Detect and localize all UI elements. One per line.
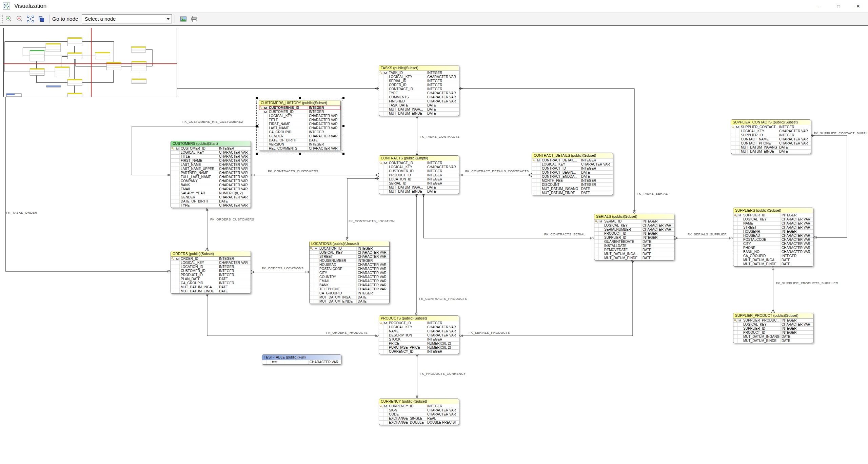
column-row[interactable]: HOUSENUMBERINTEGER xyxy=(310,259,389,263)
column-row[interactable]: MUT_DATUM_INGANGDATE xyxy=(532,187,613,191)
column-row[interactable]: HOUSEADCHARACTER VAR xyxy=(733,234,813,238)
table-contracts[interactable]: CONTRACTS (public)(Empty)MCONTRACT_IDINT… xyxy=(379,155,459,194)
toolbar-grip[interactable] xyxy=(2,15,3,23)
column-row[interactable]: MUT_DATUM_EINDEDATE xyxy=(379,190,459,194)
table-products[interactable]: PRODUCTS (public)(Subset)MPRODUCT_IDINTE… xyxy=(379,315,459,354)
column-row[interactable]: TITLECHARACTER VAR xyxy=(171,155,251,159)
relation-fk_serials_products[interactable] xyxy=(459,260,633,336)
column-row[interactable]: COMPANYCHARACTER VAR xyxy=(171,179,251,183)
selection-handle[interactable] xyxy=(342,153,344,155)
column-row[interactable]: LOGICAL_KEYCHARACTER VAR xyxy=(733,217,813,221)
column-row[interactable]: CONTRACT_BEGIN...DATE xyxy=(532,171,613,175)
column-row[interactable]: EMAILCHARACTER VAR xyxy=(171,187,251,191)
close-button[interactable]: × xyxy=(848,0,868,12)
column-row[interactable]: CONTACT_PHONECHARACTER VAR xyxy=(731,141,811,146)
column-row[interactable]: MUT_DATUM_EINDEDATE xyxy=(594,256,674,260)
column-row[interactable]: NAMECHARACTER VAR xyxy=(733,221,813,226)
column-row[interactable]: SUPPLIER_IDINTEGER xyxy=(733,327,813,331)
zoom-out-button[interactable] xyxy=(15,14,25,24)
fit-to-window-button[interactable] xyxy=(25,14,36,24)
column-row[interactable]: SERIAL_IDINTEGER xyxy=(379,79,459,83)
column-row[interactable]: MUT_DATUM_INGANGDATE xyxy=(733,335,813,339)
column-row[interactable]: GUARENTEEDATEDATE xyxy=(594,240,674,244)
column-row[interactable]: STOCKINTEGER xyxy=(379,337,459,342)
column-row[interactable]: STREETCHARACTER VAR xyxy=(733,226,813,230)
column-row[interactable]: PRODUCT_IDINTEGER xyxy=(733,331,813,335)
table-customers_history[interactable]: CUSTOMERS_HISTORY (public)(Subset)MCUSTO… xyxy=(259,100,341,151)
column-row[interactable]: MONTH_FEEINTEGER xyxy=(532,179,613,183)
column-row[interactable]: PURCHASE_PRICENUMERIC(8, 2) xyxy=(379,346,459,350)
column-row[interactable]: TASK_DATEDATE xyxy=(379,103,459,108)
minimize-button[interactable]: – xyxy=(809,0,829,12)
column-row[interactable]: LOGICAL_KEYCHARACTER VAR xyxy=(379,325,459,329)
column-row[interactable]: GENDERCHARACTER VAR xyxy=(171,195,251,199)
column-row[interactable]: POSTALCODECHARACTER VAR xyxy=(733,238,813,242)
column-row[interactable]: EMAILCHARACTER VAR xyxy=(310,279,389,283)
column-row[interactable]: PRODUCT_IDINTEGER xyxy=(171,273,251,277)
column-row[interactable]: TITLECHARACTER VAR xyxy=(259,118,340,122)
column-row[interactable]: HOUSENRINTEGER xyxy=(733,230,813,234)
column-row[interactable]: SALARY_YEARNUMERIC(8, 2) xyxy=(171,191,251,195)
column-row[interactable]: LOGICAL_KEYCHARACTER VAR xyxy=(379,75,459,79)
table-currency[interactable]: CURRENCY (public)(Subset)MCURRENCY_IDINT… xyxy=(379,399,459,425)
column-row[interactable]: TELEPHONECHARACTER VAR xyxy=(310,287,389,291)
column-row[interactable]: REL_COMMENTSCHARACTER VAR xyxy=(259,147,340,151)
column-row[interactable]: BANKCHARACTER VAR xyxy=(171,183,251,187)
selection-handle[interactable] xyxy=(342,125,344,127)
column-row[interactable]: GENDERCHARACTER VAR xyxy=(259,134,340,138)
column-row[interactable]: SIGNCHARACTER VAR xyxy=(379,408,459,412)
column-row[interactable]: SERIALNUMBERCHARACTER VAR xyxy=(594,228,674,232)
column-row[interactable]: PRODUCT_IDINTEGER xyxy=(594,232,674,236)
column-row[interactable]: MTASK_IDINTEGER xyxy=(379,71,459,75)
column-row[interactable]: MUT_DATUM_INGA...DATE xyxy=(733,258,813,262)
column-row[interactable]: MUT_DATUM_EINDEDATE xyxy=(171,289,251,293)
column-row[interactable]: MCUSTOMER_IDINTEGER xyxy=(171,147,251,151)
column-row[interactable]: LOGICAL_KEYCHARACTER VAR xyxy=(733,323,813,327)
column-row[interactable]: LOGICAL_KEYCHARACTER VAR xyxy=(594,224,674,228)
table-test_table[interactable]: TEST-TABLE (public)(Full)testCHARACTER V… xyxy=(262,354,341,365)
column-row[interactable]: MUT_DATUM_EINDEDATE xyxy=(731,150,811,154)
table-supplier_product[interactable]: SUPPLIER_PRODUCT (public)(Subset)MSUPPLI… xyxy=(733,313,813,343)
column-row[interactable]: LOCATION_IDINTEGER xyxy=(171,265,251,269)
column-row[interactable]: PHONECHARACTER VAR xyxy=(733,246,813,250)
column-row[interactable]: MCONTRACT_IDINTEGER xyxy=(379,161,459,165)
column-row[interactable]: CURRENCY_IDINTEGER xyxy=(379,350,459,354)
column-row[interactable]: VERSIONINTEGER xyxy=(259,142,340,147)
column-row[interactable]: MORDER_IDINTEGER xyxy=(171,257,251,261)
column-row[interactable]: NAMECHARACTER VAR xyxy=(379,329,459,333)
column-row[interactable]: MUT_DATUM_EINDEDATE xyxy=(733,339,813,343)
diagram-canvas[interactable]: FK_CUSTOMERS_HIS_CUSTOMERS2FK_CONTRACTS_… xyxy=(0,26,868,464)
column-row[interactable]: testCHARACTER VAR xyxy=(262,360,341,364)
column-row[interactable]: CONTRACT_IDINTEGER xyxy=(532,167,613,171)
column-row[interactable]: CA_GROUPIDINTEGER xyxy=(171,281,251,285)
column-row[interactable]: MCUSTOMER_IDINTEGER xyxy=(259,110,340,114)
selection-handle[interactable] xyxy=(299,153,301,155)
zoom-in-button[interactable] xyxy=(4,14,14,24)
column-row[interactable]: FIRST_NAMECHARACTER VAR xyxy=(259,122,340,126)
column-row[interactable]: PARTNER_NAMECHARACTER VAR xyxy=(171,171,251,175)
table-orders[interactable]: ORDERS (public)(Subset)MORDER_IDINTEGERL… xyxy=(171,251,251,294)
column-row[interactable]: BANK_NOCHARACTER VAR xyxy=(733,250,813,254)
selection-handle[interactable] xyxy=(256,125,258,127)
column-row[interactable]: LAST_NAMECHARACTER VAR xyxy=(259,126,340,130)
column-row[interactable]: COUNTRYCHARACTER VAR xyxy=(310,275,389,279)
column-row[interactable]: LOGICAL_KEYCHARACTER VAR xyxy=(259,114,340,118)
combo-dropdown-button[interactable] xyxy=(165,15,172,23)
column-row[interactable]: LOGICAL_KEYCHARACTER VAR xyxy=(731,129,811,133)
column-row[interactable]: MSERIAL_IDINTEGER xyxy=(594,219,674,224)
column-row[interactable]: PRODUCT_IDINTEGER xyxy=(379,173,459,177)
selection-handle[interactable] xyxy=(256,153,258,155)
column-row[interactable]: MUT_DATUM_EINDEDATE xyxy=(532,191,613,195)
minimap[interactable] xyxy=(3,28,177,97)
column-row[interactable]: MCURRENCY_IDINTEGER xyxy=(379,404,459,408)
selection-handle[interactable] xyxy=(256,97,258,99)
column-row[interactable]: MLOCATION_IDINTEGER xyxy=(310,247,389,251)
column-row[interactable]: MSUPPLIER_CONTACT...INTEGER xyxy=(731,125,811,129)
column-row[interactable]: CITYCHARACTER VAR xyxy=(733,242,813,246)
column-row[interactable]: ORDER_IDINTEGER xyxy=(379,83,459,87)
column-row[interactable]: MUT_DATUM_EINDEDATE xyxy=(310,299,389,304)
column-row[interactable]: LOGICAL_KEYCHARACTER VAR xyxy=(171,151,251,155)
table-customers[interactable]: CUSTOMERS (public)(Start)MCUSTOMER_IDINT… xyxy=(171,141,251,208)
column-row[interactable]: EXCHANGE_SINGLEREAL xyxy=(379,417,459,421)
column-row[interactable]: CONTACT_NAMECHARACTER VAR xyxy=(731,137,811,141)
